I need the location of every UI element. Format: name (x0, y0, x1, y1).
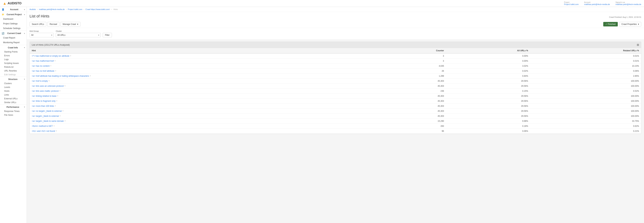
recrawl-button[interactable]: Recrawl (47, 22, 59, 26)
help-icon[interactable]: ? (64, 120, 66, 122)
sidebar-crawl-info-header[interactable]: Crawl Info ▾ (0, 45, 26, 50)
sidebar-item-similar-urls[interactable]: Similar URLs (0, 100, 26, 104)
hint-link[interactable]: <a> target=_blank to external (32, 115, 59, 117)
sidebar-levels-label: Levels (4, 86, 10, 88)
sidebar-current-project-header[interactable]: 📁 Current Project ▾ (0, 12, 26, 17)
hint-link[interactable]: <a> more than 100 links (32, 105, 54, 107)
logo-text: AUDISTO (8, 2, 22, 5)
sidebar-item-logs[interactable]: Logs (0, 58, 26, 61)
help-icon[interactable]: ? (54, 60, 56, 62)
breadcrumb-project[interactable]: Project tutkit.com (68, 8, 82, 10)
sidebar-account-header[interactable]: 👤 Account ▾ (0, 7, 26, 12)
sidebar-item-project-settings[interactable]: Project Settings (0, 22, 26, 26)
search-urls-button[interactable]: Search URLs (30, 22, 46, 26)
breadcrumb-audisto[interactable]: Audisto (30, 8, 36, 10)
hint-cell: <a> no target=_blank to external? (30, 109, 379, 114)
help-icon[interactable]: ? (53, 125, 54, 127)
manage-crawl-button[interactable]: Manage Crawl ▾ (60, 22, 80, 26)
sidebar-item-clusters[interactable]: Clusters (0, 82, 26, 85)
hint-link[interactable]: <a> link uses an unknown protocol (32, 85, 64, 87)
breadcrumb-account[interactable]: matthias.petri@4eck-media.de (39, 8, 65, 10)
help-icon[interactable]: ? (62, 110, 63, 112)
sidebar-item-levels[interactable]: Levels (0, 85, 26, 89)
help-icon[interactable]: ? (70, 55, 71, 57)
account-link[interactable]: matthias.petri@4eck-media.de (584, 3, 610, 5)
help-icon[interactable]: ? (48, 80, 50, 82)
counter-cell: 45,303 (379, 78, 446, 84)
hint-link[interactable]: <a> href is empty (32, 80, 48, 82)
sidebar-item-starting-points[interactable]: Starting Points (0, 50, 26, 54)
crawl-properties-button[interactable]: Crawl Properties ▾ (619, 22, 641, 26)
help-icon[interactable]: ? (90, 75, 91, 77)
finished-button[interactable]: ✓ Finished (603, 22, 618, 26)
related-urls-pct-cell: 2.85% (530, 74, 641, 78)
hint-cell: <form> method is GET? (30, 124, 379, 129)
hint-cell: <*> has malformed or empty src attribute… (30, 53, 379, 58)
sidebar-item-dashboard[interactable]: Dashboard (0, 17, 26, 22)
help-icon[interactable]: ? (60, 115, 60, 117)
table-row: <a> no target=_blank to external?45,3032… (30, 109, 641, 114)
hint-link[interactable]: <*> has malformed or empty src attribute (32, 55, 69, 57)
sidebar-item-url-rewrites[interactable]: URL Rewrites (0, 69, 26, 73)
hint-link[interactable]: <a> has no content (32, 65, 50, 67)
sidebar-structure-header[interactable]: Structure ▾ (0, 76, 26, 82)
table-row: <a> has no content?4,6353.02%10.23% (30, 64, 641, 68)
breadcrumb-crawl[interactable]: Crawl https://www.tutkit.com/ (86, 8, 110, 10)
help-icon[interactable]: ? (64, 85, 66, 87)
related-urls-pct-cell: 100.00% (530, 78, 641, 84)
filter-button[interactable]: Filter (103, 33, 112, 37)
related-urls-pct-cell: 10.23% (530, 64, 641, 68)
page-title: List of Hints (30, 14, 50, 18)
help-icon[interactable]: ? (55, 105, 56, 107)
hint-cell: <a> links to fragment only? (30, 99, 379, 104)
sidebar-item-scheduler-settings[interactable]: Scheduler Settings (0, 26, 26, 31)
hint-link[interactable]: <a> target=_blank to same domain (32, 120, 64, 122)
sidebar-item-errors[interactable]: Errors (0, 54, 26, 58)
sidebar-current-crawl-header[interactable]: 🔄 Current Crawl ▾ (0, 30, 26, 36)
sidebar-item-links[interactable]: Links (0, 93, 26, 97)
hint-link[interactable]: <a> has no href attribute (32, 70, 54, 72)
cluster-select[interactable]: All URLs (56, 33, 101, 37)
sidebar-item-robots-txt[interactable]: Robots.txt (0, 65, 26, 69)
sidebar-structure-label: Structure (8, 78, 18, 80)
help-icon[interactable]: ? (50, 65, 51, 67)
sidebar-item-external-urls[interactable]: External URLs (0, 97, 26, 100)
hint-group-filter: Hint Group All (30, 30, 54, 37)
sidebar-item-edit-settings[interactable]: Edit Settings (0, 73, 26, 76)
counter-cell: 45,303 (379, 94, 446, 99)
sidebar-item-crawl-report[interactable]: Crawl Report (0, 36, 26, 40)
hint-link[interactable]: <a> no target=_blank to external (32, 110, 62, 112)
all-urls-pct-cell: 0.06% (446, 129, 530, 134)
hint-link[interactable]: <a> linking relative to base (32, 95, 56, 97)
sidebar-item-response-times[interactable]: Response Times (0, 109, 26, 113)
sidebar-item-monitoring-report[interactable]: Monitoring Report (0, 40, 26, 45)
sidebar-item-hosts[interactable]: Hosts (0, 89, 26, 93)
signed-in-link[interactable]: matthias.petri@4eck-media.de (616, 3, 641, 5)
cluster-select-wrapper: All URLs (56, 33, 101, 37)
counter-cell: 45,303 (379, 84, 446, 88)
sidebar-response-times-label: Response Times (4, 110, 20, 112)
hint-link[interactable]: <a> href attribute has leading or traili… (32, 75, 89, 77)
all-urls-pct-cell: 0.15% (446, 88, 530, 94)
hint-link[interactable]: <a> has malformed href (32, 60, 54, 62)
hint-link[interactable]: <a> link uses mailto: protocol (32, 90, 58, 92)
logo: ▲ AUDISTO (3, 1, 22, 6)
table-row: <a> more than 100 links?45,30329.56%100.… (30, 104, 641, 109)
help-icon[interactable]: ? (55, 70, 56, 72)
export-icon[interactable]: ⊞ (637, 43, 639, 46)
hint-link[interactable]: <h1> and <h2> not found (32, 130, 55, 132)
help-icon[interactable]: ? (56, 130, 57, 132)
project-link[interactable]: Project tutkit.com (564, 3, 578, 5)
hint-link[interactable]: <form> method is GET (32, 125, 53, 127)
help-icon[interactable]: ? (57, 95, 58, 97)
chevron-down-icon: ▾ (24, 9, 25, 10)
main-content: List of Hints (153,274 URLs Analyzed) ⊞ … (27, 40, 644, 136)
sidebar-item-scripting-issues[interactable]: Scripting Issues (0, 61, 26, 65)
help-icon[interactable]: ? (56, 100, 57, 102)
hint-link[interactable]: <a> links to fragment only (32, 100, 56, 102)
help-icon[interactable]: ? (59, 90, 60, 92)
hint-group-select[interactable]: All (30, 33, 54, 37)
sidebar-performance-header[interactable]: Performance ▾ (0, 104, 26, 109)
sidebar-crawl-info-label: Crawl Info (8, 46, 18, 49)
sidebar-item-file-sizes[interactable]: File Sizes (0, 113, 26, 117)
